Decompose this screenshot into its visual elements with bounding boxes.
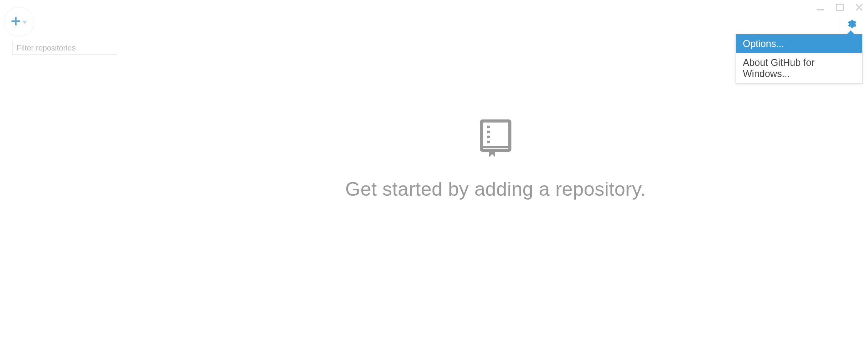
svg-rect-11 (487, 141, 490, 143)
svg-marker-6 (22, 21, 27, 24)
svg-rect-7 (481, 121, 510, 150)
svg-rect-10 (487, 136, 490, 138)
main-content: Options... About GitHub for Windows... (123, 0, 868, 346)
empty-state-text: Get started by adding a repository. (345, 178, 646, 200)
settings-dropdown: Options... About GitHub for Windows... (736, 34, 863, 84)
separator (840, 18, 840, 29)
svg-rect-8 (487, 126, 490, 128)
filter-repositories-input[interactable] (12, 41, 117, 55)
add-repository-button[interactable] (4, 7, 34, 37)
dropdown-pointer (847, 30, 855, 34)
menu-item-options[interactable]: Options... (736, 34, 862, 53)
repository-icon (480, 119, 511, 160)
plus-icon (11, 16, 21, 28)
svg-rect-5 (12, 20, 20, 22)
settings-button[interactable] (847, 19, 857, 29)
sidebar (0, 0, 123, 346)
gear-icon (847, 19, 857, 29)
svg-rect-9 (487, 131, 490, 133)
chevron-down-icon (22, 18, 27, 25)
menu-item-about[interactable]: About GitHub for Windows... (736, 53, 862, 83)
empty-state: Get started by adding a repository. (123, 119, 868, 200)
settings-area (840, 18, 857, 29)
